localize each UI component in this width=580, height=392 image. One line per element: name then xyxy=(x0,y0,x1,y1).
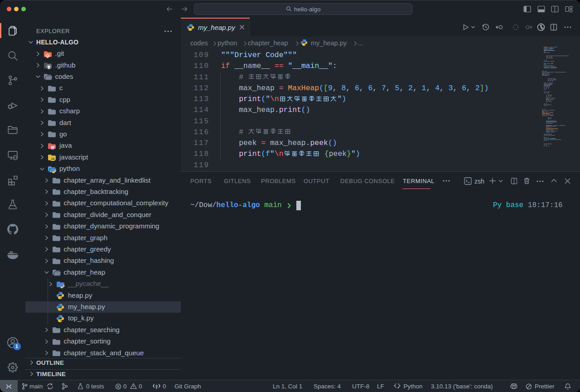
svg-text:JS: JS xyxy=(51,157,55,161)
